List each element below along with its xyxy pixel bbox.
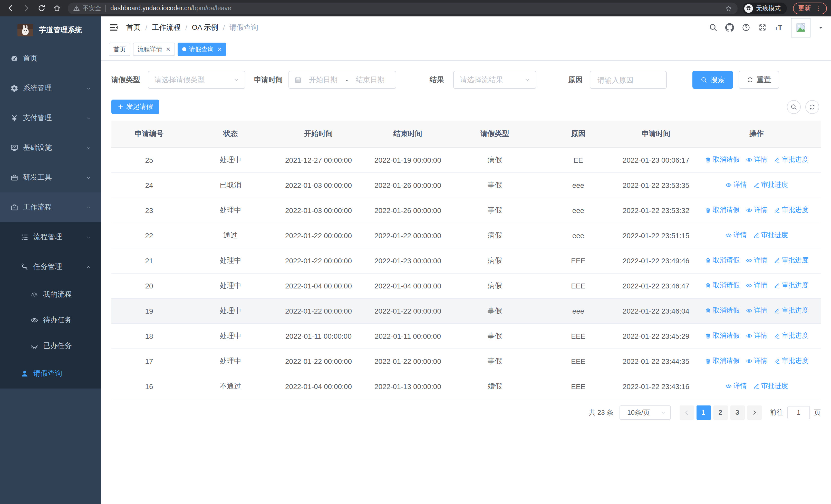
sidebar-item-infrastructure[interactable]: 基础设施 — [0, 133, 101, 163]
progress-link[interactable]: 审批进度 — [753, 382, 788, 391]
cell-end: 2022-01-23 00:00:00 — [363, 248, 453, 273]
cancel-label: 取消请假 — [713, 256, 740, 265]
main-area: 首页/工作流程/OA 示例/请假查询 TT 首页流程详情✕请假查询✕ 请假类型 … — [101, 17, 831, 504]
sidebar-item-todo-tasks[interactable]: 待办任务 — [0, 307, 101, 333]
detail-link[interactable]: 详情 — [725, 382, 747, 391]
detail-link[interactable]: 详情 — [746, 306, 767, 316]
date-end-placeholder[interactable]: 结束日期 — [350, 75, 391, 84]
detail-link[interactable]: 详情 — [746, 281, 767, 290]
detail-link[interactable]: 详情 — [746, 331, 767, 340]
detail-link[interactable]: 详情 — [746, 206, 767, 215]
cancel-link[interactable]: 取消请假 — [705, 155, 740, 165]
close-icon[interactable]: ✕ — [166, 46, 170, 53]
cell-end: 2022-01-26 00:00:00 — [363, 173, 453, 198]
progress-link[interactable]: 审批进度 — [774, 331, 808, 340]
date-start-placeholder[interactable]: 开始日期 — [303, 75, 344, 84]
detail-link[interactable]: 详情 — [746, 356, 767, 366]
search-icon[interactable] — [709, 23, 718, 32]
leave-type-select[interactable]: 请选择请假类型 — [148, 71, 245, 89]
page-button-3[interactable]: 3 — [730, 405, 745, 420]
progress-link[interactable]: 审批进度 — [774, 256, 808, 265]
sidebar-item-payment-management[interactable]: 支付管理 — [0, 103, 101, 133]
browser-forward-button[interactable] — [20, 2, 33, 15]
toggle-search-button[interactable] — [787, 100, 801, 114]
reason-input[interactable] — [596, 75, 660, 84]
progress-link[interactable]: 审批进度 — [774, 206, 808, 215]
progress-link[interactable]: 审批进度 — [774, 281, 808, 290]
detail-link[interactable]: 详情 — [725, 180, 747, 190]
breadcrumb-item[interactable]: 首页 — [126, 23, 141, 32]
svg-text:T: T — [778, 24, 782, 31]
sidebar-item-home[interactable]: 首页 — [0, 43, 101, 73]
page-button-2[interactable]: 2 — [713, 405, 727, 420]
page-content: 请假类型 请选择请假类型 申请时间 开始日期 - 结束日期 结果 请选择流结果 — [101, 61, 831, 504]
progress-link[interactable]: 审批进度 — [774, 155, 808, 165]
cancel-link[interactable]: 取消请假 — [705, 306, 740, 316]
cancel-link[interactable]: 取消请假 — [705, 356, 740, 366]
browser-home-button[interactable] — [50, 2, 64, 15]
detail-link[interactable]: 详情 — [746, 155, 767, 165]
cancel-link[interactable]: 取消请假 — [705, 206, 740, 215]
sidebar-item-workflow[interactable]: 工作流程 — [0, 192, 101, 222]
sidebar-item-leave-query[interactable]: 请假查询 — [0, 359, 101, 388]
tab-流程详情[interactable]: 流程详情✕ — [133, 42, 175, 56]
sidebar-item-done-tasks[interactable]: 已办任务 — [0, 333, 101, 359]
cell-type: 事假 — [453, 298, 537, 323]
breadcrumb-item[interactable]: OA 示例 — [192, 23, 219, 32]
prev-page-button[interactable] — [679, 405, 694, 420]
sidebar-item-system-management[interactable]: 系统管理 — [0, 73, 101, 103]
browser-update-button[interactable]: 更新 — [793, 2, 827, 14]
result-select[interactable]: 请选择流结果 — [453, 71, 536, 89]
detail-label: 详情 — [734, 180, 747, 190]
page-button-1[interactable]: 1 — [696, 405, 711, 420]
edit-icon — [774, 358, 780, 364]
progress-link[interactable]: 审批进度 — [753, 180, 788, 190]
security-label: 不安全 — [83, 4, 101, 12]
sidebar-item-task-management[interactable]: 任务管理 — [0, 252, 101, 282]
browser-reload-button[interactable] — [35, 2, 48, 15]
address-bar[interactable]: 不安全 dashboard.yudao.iocoder.cn/bpm/oa/le… — [68, 2, 738, 14]
security-chip[interactable]: 不安全 — [73, 4, 101, 12]
cancel-link[interactable]: 取消请假 — [705, 256, 740, 265]
detail-link[interactable]: 详情 — [746, 256, 767, 265]
apply-time-range-picker[interactable]: 开始日期 - 结束日期 — [288, 71, 396, 89]
apply-time-label: 申请时间 — [254, 75, 283, 84]
font-size-icon[interactable]: TT — [775, 23, 783, 32]
sidebar-item-dev-tools[interactable]: 研发工具 — [0, 163, 101, 192]
sidebar-item-process-management[interactable]: 流程管理 — [0, 222, 101, 252]
github-icon[interactable] — [725, 23, 734, 32]
close-icon[interactable]: ✕ — [217, 46, 222, 53]
cell-reason: EEE — [537, 248, 620, 273]
avatar-caret-icon[interactable] — [818, 25, 823, 30]
leave-type-placeholder: 请选择请假类型 — [154, 75, 205, 84]
avatar[interactable] — [791, 18, 810, 37]
fullscreen-icon[interactable] — [758, 23, 767, 32]
browser-back-button[interactable] — [4, 2, 18, 15]
cancel-link[interactable]: 取消请假 — [705, 281, 740, 290]
refresh-icon — [747, 77, 753, 83]
goto-page-input[interactable] — [787, 406, 810, 419]
reset-button[interactable]: 重置 — [739, 71, 779, 89]
progress-link[interactable]: 审批进度 — [753, 231, 788, 240]
tab-首页[interactable]: 首页 — [109, 42, 131, 56]
breadcrumb-item[interactable]: 工作流程 — [152, 23, 181, 32]
progress-link[interactable]: 审批进度 — [774, 306, 808, 316]
eye-icon — [746, 207, 752, 213]
tab-请假查询[interactable]: 请假查询✕ — [178, 42, 226, 56]
help-icon[interactable] — [742, 23, 750, 32]
sidebar-item-my-process[interactable]: 我的流程 — [0, 282, 101, 307]
column-header: 原因 — [537, 121, 620, 147]
bookmark-star-icon[interactable] — [725, 4, 733, 12]
progress-link[interactable]: 审批进度 — [774, 356, 808, 366]
refresh-table-button[interactable] — [805, 100, 819, 114]
sidebar-collapse-button[interactable] — [109, 23, 119, 32]
next-page-button[interactable] — [747, 405, 762, 420]
browser-menu-icon[interactable] — [814, 5, 822, 12]
detail-link[interactable]: 详情 — [725, 231, 747, 240]
cancel-link[interactable]: 取消请假 — [705, 331, 740, 340]
search-button[interactable]: 搜索 — [692, 71, 733, 89]
page-size-select[interactable]: 10条/页 — [620, 405, 671, 420]
table-row: 17处理中2022-01-22 00:00:002022-01-22 00:00… — [111, 349, 821, 374]
sidebar-logo-row[interactable]: 芋道管理系统 — [0, 17, 101, 43]
create-leave-button[interactable]: 发起请假 — [111, 99, 159, 114]
